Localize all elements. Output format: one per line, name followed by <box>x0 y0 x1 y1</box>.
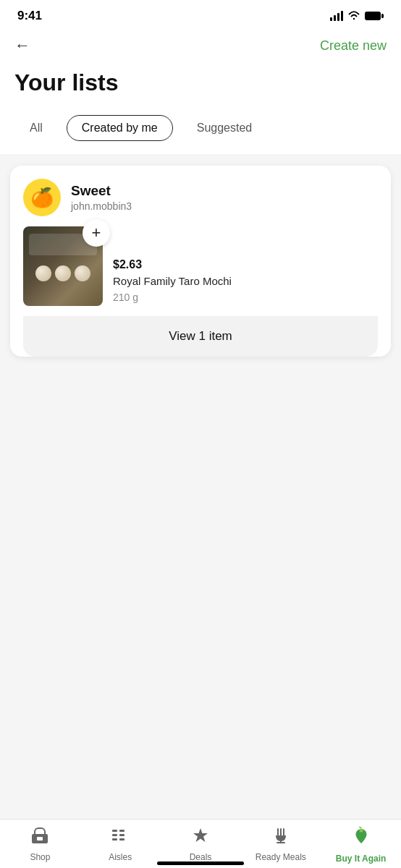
status-time: 9:41 <box>17 9 42 23</box>
product-name: Royal Family Taro Mochi <box>113 274 378 289</box>
mochi-decoration <box>35 265 90 281</box>
nav-item-deals[interactable]: Deals <box>161 827 241 864</box>
bottom-nav: Shop Aisles Deals <box>0 819 401 868</box>
svg-rect-8 <box>112 830 117 832</box>
header: ← Create new <box>0 29 401 64</box>
list-name: Sweet <box>71 183 132 199</box>
shop-label: Shop <box>30 852 50 862</box>
create-new-button[interactable]: Create new <box>320 38 387 54</box>
svg-point-19 <box>359 829 363 833</box>
product-weight: 210 g <box>113 292 378 303</box>
svg-rect-7 <box>37 837 43 841</box>
aisles-icon <box>111 827 130 848</box>
svg-rect-5 <box>381 14 384 18</box>
svg-rect-2 <box>337 13 339 21</box>
list-owner: john.mobbin3 <box>71 200 132 212</box>
svg-rect-11 <box>119 830 124 832</box>
svg-rect-0 <box>330 17 332 21</box>
ready-meals-icon <box>271 827 290 848</box>
status-bar: 9:41 <box>0 0 401 29</box>
product-area: + $2.63 Royal Family Taro Mochi 210 g <box>23 226 378 306</box>
product-price: $2.63 <box>113 258 378 271</box>
filter-all[interactable]: All <box>14 115 58 141</box>
add-to-cart-button[interactable]: + <box>83 219 110 247</box>
battery-icon <box>365 11 384 21</box>
view-items-button[interactable]: View 1 item <box>23 316 378 357</box>
content-area: 🍊 Sweet john.mobbin3 + <box>0 154 401 660</box>
product-details: $2.63 Royal Family Taro Mochi 210 g <box>113 226 378 306</box>
svg-rect-1 <box>334 15 336 21</box>
wifi-icon <box>347 11 360 21</box>
nav-item-buy-it-again[interactable]: Buy It Again <box>321 827 401 864</box>
status-icons <box>330 11 384 21</box>
page-title-section: Your lists <box>0 64 401 108</box>
svg-rect-4 <box>365 12 381 20</box>
deals-label: Deals <box>190 852 212 862</box>
nav-item-shop[interactable]: Shop <box>0 827 80 864</box>
ready-meals-label: Ready Meals <box>256 852 306 862</box>
list-card-header: 🍊 Sweet john.mobbin3 <box>23 179 378 216</box>
page-title: Your lists <box>14 69 387 96</box>
product-image-wrapper: + <box>23 226 103 306</box>
filter-created-by-me[interactable]: Created by me <box>67 115 173 141</box>
nav-item-aisles[interactable]: Aisles <box>80 827 161 864</box>
list-avatar: 🍊 <box>23 179 61 216</box>
list-avatar-emoji: 🍊 <box>30 187 54 209</box>
list-card: 🍊 Sweet john.mobbin3 + <box>10 166 391 357</box>
svg-rect-10 <box>112 838 117 841</box>
aisles-label: Aisles <box>109 852 132 862</box>
nav-item-ready-meals[interactable]: Ready Meals <box>240 827 321 864</box>
shop-icon <box>30 827 49 848</box>
back-button[interactable]: ← <box>14 36 30 55</box>
filter-suggested[interactable]: Suggested <box>182 115 268 141</box>
buy-it-again-icon <box>352 827 371 850</box>
home-indicator <box>157 861 244 865</box>
buy-it-again-label: Buy It Again <box>336 854 387 864</box>
filter-bar: All Created by me Suggested <box>0 108 401 154</box>
signal-icon <box>330 11 343 21</box>
list-info: Sweet john.mobbin3 <box>71 183 132 212</box>
deals-icon <box>191 827 210 848</box>
svg-rect-9 <box>112 834 117 836</box>
svg-rect-12 <box>119 834 124 836</box>
svg-rect-3 <box>341 11 343 21</box>
svg-rect-13 <box>119 838 124 841</box>
